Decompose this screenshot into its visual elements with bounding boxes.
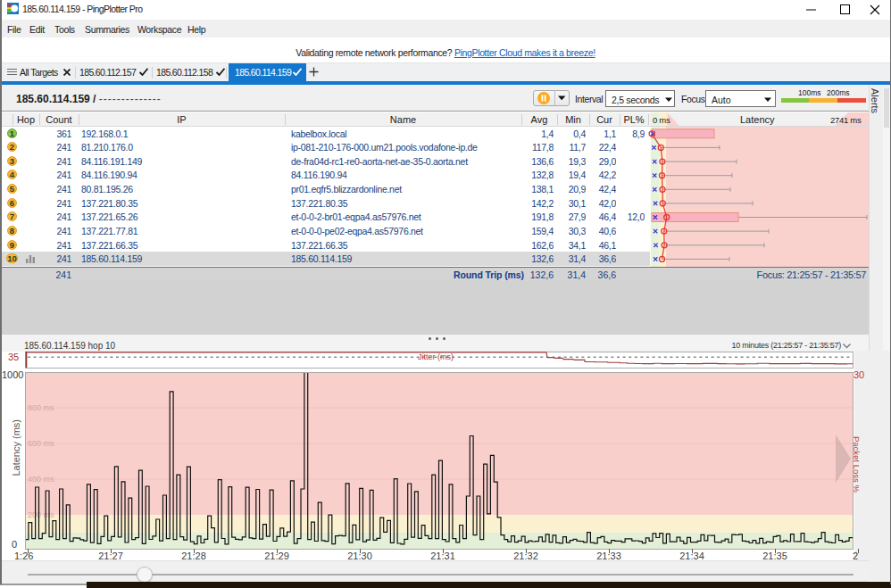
svg-text:800 ms: 800 ms <box>28 403 54 412</box>
svg-text:600 ms: 600 ms <box>28 439 54 448</box>
svg-text:200 ms: 200 ms <box>28 510 54 519</box>
svg-text:400 ms: 400 ms <box>28 475 54 484</box>
